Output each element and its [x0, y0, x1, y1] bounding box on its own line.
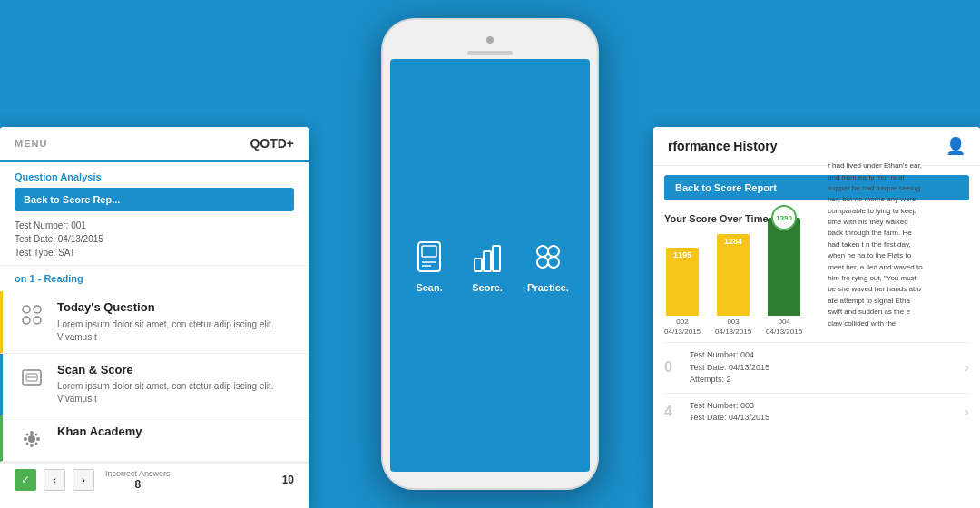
question-analysis-title: Question Analysis: [0, 162, 309, 188]
chart-bar-2: 1284 00304/13/2015: [715, 234, 751, 337]
reading-section: on 1 - Reading: [0, 265, 309, 291]
incorrect-count: 8: [134, 478, 141, 491]
bar-1-x: 00204/13/2015: [664, 318, 701, 337]
phone-screen: Scan. Score. Practice.: [390, 59, 590, 472]
right-text-excerpt: r had lived under Ethan's ear, and from …: [817, 153, 935, 337]
scan-phone-icon: [411, 239, 447, 275]
test-list-item-2[interactable]: 4 Test Number: 003 Test Date: 04/13/2015…: [664, 393, 969, 431]
bar-1: 1195: [666, 248, 699, 316]
svg-point-12: [26, 434, 29, 436]
list-item-khan[interactable]: Khan Academy: [0, 415, 309, 462]
menu-label: MENU: [15, 138, 47, 149]
rank-1: 0: [664, 359, 682, 376]
scan-label: Scan.: [416, 282, 442, 293]
svg-point-26: [548, 257, 559, 268]
svg-point-14: [26, 443, 29, 445]
camera-dot: [486, 36, 494, 44]
test-date-2: Test Date: 04/13/2015: [690, 412, 957, 425]
chart-bar-3: 1390 00404/13/2015: [766, 218, 802, 337]
svg-point-13: [35, 434, 38, 436]
test-list: 0 Test Number: 004 Test Date: 04/13/2015…: [653, 342, 980, 431]
khan-content: Khan Academy: [57, 425, 142, 439]
test-number-1: Test Number: 004: [690, 349, 957, 362]
test-info: Test Number: 001 Test Date: 04/13/2015 T…: [0, 219, 309, 259]
today-title: Today's Question: [57, 300, 294, 315]
practice-phone-icon: [530, 239, 566, 275]
scan-item[interactable]: Scan.: [411, 239, 447, 293]
svg-rect-22: [493, 246, 500, 271]
chevron-right-2: ›: [965, 405, 969, 419]
qotd-title: QOTD+: [250, 136, 294, 151]
chart-bar-1: 1195 00204/13/2015: [664, 248, 701, 337]
list-item-scan[interactable]: Scan & Score Lorem ipsum dolor sit amet,…: [0, 354, 309, 416]
svg-point-25: [537, 257, 548, 268]
test-date: Test Date: 04/13/2015: [15, 232, 294, 246]
test-date-1: Test Date: 04/13/2015: [690, 362, 957, 375]
svg-rect-21: [484, 251, 491, 271]
test-number-2: Test Number: 003: [690, 400, 957, 413]
left-panel: MENU QOTD+ Question Analysis Back to Sco…: [0, 127, 309, 508]
footer-row: ✓ ‹ › Incorrect Answers 8 10: [0, 462, 309, 496]
test-attempts-1: Attempts: 2: [690, 374, 957, 386]
next-button[interactable]: ›: [73, 469, 94, 491]
svg-rect-17: [422, 246, 436, 257]
back-to-score-btn[interactable]: Back to Score Rep...: [15, 188, 294, 211]
test-info-1: Test Number: 004 Test Date: 04/13/2015 A…: [690, 349, 957, 386]
bar-3-x: 00404/13/2015: [766, 318, 802, 337]
question-icon: [17, 300, 46, 327]
scan-title: Scan & Score: [57, 363, 294, 377]
page-number: 10: [282, 474, 294, 486]
right-panel-title: rformance History: [668, 139, 778, 153]
phone-icons-row: Scan. Score. Practice.: [411, 239, 569, 293]
svg-point-7: [28, 435, 35, 443]
practice-label: Practice.: [527, 282, 569, 293]
list-item-today[interactable]: Today's Question Lorem ipsum dolor sit a…: [0, 291, 309, 354]
rank-2: 4: [664, 404, 682, 420]
scan-score-content: Scan & Score Lorem ipsum dolor sit amet,…: [57, 363, 294, 406]
svg-point-23: [537, 246, 548, 257]
score-item[interactable]: Score.: [469, 239, 505, 293]
incorrect-label: Incorrect Answers: [105, 469, 171, 478]
check-button[interactable]: ✓: [15, 469, 36, 491]
chevron-right-1: ›: [965, 360, 969, 375]
practice-item[interactable]: Practice.: [527, 239, 569, 293]
prev-button[interactable]: ‹: [44, 469, 65, 491]
scan-icon: [17, 363, 46, 390]
test-number: Test Number: 001: [15, 219, 294, 232]
today-desc: Lorem ipsum dolor sit amet, con ctetur a…: [57, 318, 294, 344]
test-info-2: Test Number: 003 Test Date: 04/13/2015: [690, 400, 957, 425]
khan-icon: [17, 425, 46, 452]
khan-title: Khan Academy: [57, 425, 142, 439]
bar-1-label: 1195: [673, 250, 691, 259]
left-header: MENU QOTD+: [0, 127, 309, 162]
bar-2-x: 00304/13/2015: [715, 318, 751, 337]
svg-point-9: [30, 444, 34, 447]
svg-point-1: [34, 306, 41, 313]
score-chart: 1195 00204/13/2015 1284 00304/13/2015 13…: [653, 228, 980, 337]
scan-title-text: Scan & Score: [57, 363, 133, 376]
svg-point-11: [36, 437, 40, 441]
bar-2-label: 1284: [724, 237, 742, 246]
svg-rect-20: [475, 259, 482, 271]
scan-desc: Lorem ipsum dolor sit amet, con ctetur a…: [57, 380, 294, 405]
user-icon: 👤: [946, 136, 965, 156]
svg-point-8: [30, 431, 34, 435]
bar-3: [768, 218, 800, 316]
bar-2: 1284: [717, 234, 750, 316]
test-list-item-1[interactable]: 0 Test Number: 004 Test Date: 04/13/2015…: [664, 342, 969, 393]
svg-point-2: [23, 317, 30, 324]
speaker: [467, 51, 513, 55]
svg-point-10: [24, 437, 27, 441]
phone-frame: Scan. Score. Practice.: [381, 18, 599, 490]
svg-point-0: [23, 306, 30, 313]
svg-point-15: [35, 443, 38, 445]
test-type: Test Type: SAT: [15, 246, 294, 259]
today-question-content: Today's Question Lorem ipsum dolor sit a…: [57, 300, 294, 344]
bar-3-badge: 1390: [771, 205, 797, 230]
svg-point-24: [548, 246, 559, 257]
svg-point-3: [34, 317, 41, 324]
right-panel: rformance History 👤 Back to Score Report…: [653, 127, 980, 508]
score-phone-icon: [469, 239, 505, 275]
score-label: Score.: [472, 282, 503, 293]
